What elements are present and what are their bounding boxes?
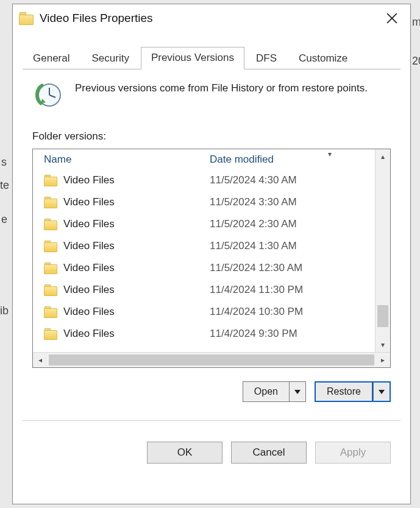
open-split-button[interactable]: Open — [243, 381, 306, 402]
column-name[interactable]: Name — [44, 153, 210, 166]
cell-name: Video Files — [44, 218, 210, 230]
tabstrip: General Security Previous Versions DFS C… — [23, 46, 400, 69]
close-icon — [386, 13, 397, 24]
scroll-thumb[interactable] — [377, 305, 388, 327]
cell-date: 11/5/2024 1:30 AM — [210, 240, 376, 252]
hscroll-thumb[interactable] — [49, 355, 374, 365]
bg-fragment: e — [1, 213, 7, 226]
open-dropdown[interactable] — [290, 381, 306, 402]
open-button[interactable]: Open — [243, 381, 290, 402]
folder-icon — [44, 241, 57, 252]
column-date-modified[interactable]: Date modified ▾ — [210, 153, 376, 166]
list-item[interactable]: Video Files11/5/2024 12:30 AM — [35, 257, 376, 279]
vertical-scrollbar[interactable]: ▴ ▾ — [375, 149, 390, 352]
folder-icon — [19, 12, 34, 24]
folder-icon — [44, 197, 57, 208]
folder-icon — [44, 263, 57, 273]
tab-general[interactable]: General — [23, 48, 80, 69]
titlebar: Video Files Properties — [13, 4, 410, 32]
scroll-right-icon[interactable]: ▸ — [376, 353, 390, 367]
row-name: Video Files — [63, 262, 115, 274]
list-item[interactable]: Video Files11/4/2024 10:30 PM — [35, 301, 376, 323]
ok-button[interactable]: OK — [147, 442, 222, 464]
tab-customize[interactable]: Customize — [288, 48, 358, 69]
cell-date: 11/5/2024 3:30 AM — [210, 196, 376, 208]
chevron-down-icon — [294, 390, 301, 394]
cancel-button[interactable]: Cancel — [231, 442, 307, 464]
window-title: Video Files Properties — [40, 12, 153, 25]
tab-dfs[interactable]: DFS — [246, 48, 287, 69]
tab-panel-previous-versions: Previous versions come from File History… — [23, 69, 400, 431]
folder-icon — [44, 284, 57, 295]
list-item[interactable]: Video Files11/5/2024 2:30 AM — [35, 213, 376, 235]
cell-date: 11/4/2024 10:30 PM — [210, 306, 376, 318]
row-name: Video Files — [63, 196, 115, 208]
list-header: Name Date modified ▾ — [33, 149, 376, 169]
row-name: Video Files — [63, 174, 115, 186]
close-button[interactable] — [374, 4, 410, 32]
cell-name: Video Files — [44, 196, 210, 208]
folder-icon — [44, 219, 57, 230]
tab-previous-versions[interactable]: Previous Versions — [141, 47, 244, 69]
apply-button: Apply — [315, 442, 391, 464]
tab-security[interactable]: Security — [81, 48, 139, 69]
row-name: Video Files — [63, 306, 115, 318]
cell-date: 11/5/2024 12:30 AM — [210, 262, 376, 274]
cell-date: 11/4/2024 9:30 PM — [210, 328, 376, 340]
bg-fragment: m — [412, 16, 420, 29]
cell-name: Video Files — [44, 262, 210, 274]
horizontal-scrollbar[interactable]: ◂ ▸ — [33, 352, 390, 367]
dialog-button-row: OK Cancel Apply — [23, 431, 400, 464]
folder-versions-list: Name Date modified ▾ Video Files11/5/202… — [32, 149, 391, 368]
folder-icon — [44, 175, 57, 186]
row-name: Video Files — [63, 284, 115, 296]
restore-dropdown[interactable] — [373, 381, 391, 402]
list-item[interactable]: Video Files11/5/2024 1:30 AM — [35, 235, 376, 257]
sort-indicator-icon: ▾ — [328, 150, 332, 158]
cell-name: Video Files — [44, 284, 210, 296]
cell-name: Video Files — [44, 174, 210, 186]
row-name: Video Files — [63, 328, 115, 340]
restore-button[interactable]: Restore — [315, 381, 373, 402]
history-clock-icon — [32, 80, 62, 110]
bg-fragment: s — [1, 156, 7, 169]
bg-fragment: 20 — [412, 55, 420, 68]
list-item[interactable]: Video Files11/4/2024 9:30 PM — [35, 323, 376, 345]
folder-icon — [44, 328, 57, 339]
list-item[interactable]: Video Files11/5/2024 3:30 AM — [35, 191, 376, 213]
scroll-down-icon[interactable]: ▾ — [376, 337, 390, 352]
properties-dialog: Video Files Properties General Security … — [12, 4, 411, 504]
cell-date: 11/4/2024 11:30 PM — [210, 284, 376, 296]
scroll-left-icon[interactable]: ◂ — [33, 353, 48, 367]
cell-name: Video Files — [44, 328, 210, 340]
list-item[interactable]: Video Files11/5/2024 4:30 AM — [35, 169, 376, 191]
cell-date: 11/5/2024 2:30 AM — [210, 218, 376, 230]
cell-name: Video Files — [44, 240, 210, 252]
section-label: Folder versions: — [32, 130, 391, 143]
row-name: Video Files — [63, 218, 115, 230]
scroll-up-icon[interactable]: ▴ — [376, 149, 390, 164]
intro-text: Previous versions come from File History… — [75, 80, 368, 110]
list-item[interactable]: Video Files11/4/2024 11:30 PM — [35, 279, 376, 301]
bg-fragment: te — [0, 179, 9, 192]
column-date-label: Date modified — [210, 153, 274, 165]
cell-name: Video Files — [44, 306, 210, 318]
folder-icon — [44, 306, 57, 317]
bg-fragment: ib — [0, 305, 9, 317]
chevron-down-icon — [379, 390, 385, 394]
cell-date: 11/5/2024 4:30 AM — [210, 174, 376, 186]
separator — [23, 420, 400, 421]
restore-split-button[interactable]: Restore — [315, 381, 391, 402]
row-name: Video Files — [63, 240, 115, 252]
